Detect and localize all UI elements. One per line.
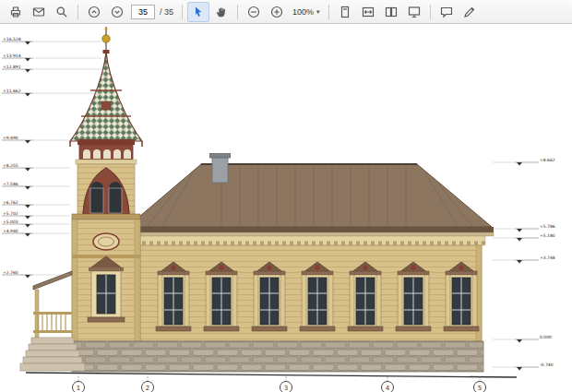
document-canvas[interactable]: +16.528+13.914+12.891+11.662+9.490+8.255… — [0, 24, 572, 392]
ground-line — [26, 373, 517, 377]
main-roof — [127, 164, 494, 236]
svg-text:+16.528: +16.528 — [3, 37, 21, 42]
svg-text:2: 2 — [146, 385, 149, 392]
elevation-marker: +13.914 — [2, 53, 101, 62]
svg-text:+9.490: +9.490 — [3, 136, 18, 140]
two-page-view-button[interactable] — [380, 2, 402, 22]
fit-one-page-button[interactable] — [334, 2, 356, 22]
axis-bubble: 5 — [474, 376, 486, 392]
elevation-drawing: +16.528+13.914+12.891+11.662+9.490+8.255… — [0, 24, 572, 392]
svg-text:+7.586: +7.586 — [3, 182, 18, 186]
toolbar-separator — [77, 5, 78, 19]
presentation-mode-button[interactable] — [403, 2, 425, 22]
elevation-marker: -0.740 — [493, 362, 554, 371]
svg-text:4: 4 — [386, 385, 390, 392]
toolbar-separator — [182, 5, 183, 19]
svg-text:+5.180: +5.180 — [540, 233, 555, 238]
pdf-viewer-toolbar: / 35 100% ▾ — [0, 0, 572, 24]
elevation-marker: +5.003 — [2, 220, 70, 228]
svg-text:+5.702: +5.702 — [3, 211, 18, 216]
axis-bubble: 4 — [382, 376, 394, 392]
elevation-marker: +5.702 — [2, 211, 70, 220]
email-icon — [31, 5, 46, 19]
svg-text:5: 5 — [478, 385, 482, 392]
toolbar-separator — [328, 5, 329, 19]
previous-page-button[interactable] — [83, 2, 105, 22]
email-button[interactable] — [28, 2, 50, 22]
elevation-marker: +3.748 — [493, 255, 555, 264]
window — [348, 262, 383, 331]
svg-text:+8.662: +8.662 — [540, 158, 555, 162]
comment-button[interactable] — [435, 2, 458, 22]
zoom-level-dropdown[interactable]: 100% ▾ — [289, 6, 324, 18]
page-total-label: / 35 — [160, 7, 173, 17]
medallion — [93, 233, 119, 250]
elevation-marker: 0.000 — [493, 335, 552, 343]
window — [444, 262, 479, 331]
axis-bubble: 1 — [73, 376, 85, 392]
axis-bubble: 3 — [280, 376, 292, 392]
draw-pen-button[interactable] — [459, 2, 481, 22]
svg-text:+11.662: +11.662 — [3, 89, 21, 93]
window — [252, 262, 287, 331]
hand-tool-icon — [214, 5, 229, 19]
svg-text:-0.740: -0.740 — [540, 362, 554, 367]
elevation-marker: +9.490 — [2, 136, 70, 144]
fit-width-button[interactable] — [357, 2, 379, 22]
svg-text:+5.786: +5.786 — [540, 224, 555, 229]
window — [396, 262, 431, 331]
next-page-button[interactable] — [106, 2, 128, 22]
elevation-marker: +8.662 — [493, 158, 555, 166]
comment-icon — [439, 5, 454, 19]
svg-text:+12.891: +12.891 — [3, 65, 21, 69]
search-icon — [54, 5, 69, 19]
tower-spire — [102, 27, 110, 53]
two-page-view-icon — [384, 5, 399, 19]
right-elevation-markers: +8.662+5.786+5.180+3.7480.000-0.740 — [493, 158, 555, 371]
tower-body — [72, 220, 140, 341]
porch-balusters — [38, 315, 66, 330]
print-button[interactable] — [5, 2, 27, 22]
chimney — [210, 154, 231, 184]
tower-gable — [72, 164, 140, 220]
select-tool-button[interactable] — [187, 2, 209, 22]
main-wall — [135, 236, 485, 341]
zoom-out-icon — [246, 5, 261, 19]
svg-text:+8.255: +8.255 — [3, 163, 18, 168]
window — [300, 262, 335, 331]
svg-text:+5.003: +5.003 — [3, 220, 18, 224]
elevation-marker: +5.180 — [493, 233, 555, 242]
window — [204, 262, 239, 331]
svg-text:3: 3 — [284, 385, 288, 392]
tower — [70, 27, 142, 341]
hand-tool-button[interactable] — [210, 2, 232, 22]
svg-text:+2.760: +2.760 — [3, 270, 18, 275]
axis-bubble: 2 — [142, 376, 154, 392]
tower-window — [88, 256, 125, 322]
toolbar-separator — [430, 5, 431, 19]
zoom-out-button[interactable] — [243, 2, 265, 22]
print-icon — [8, 5, 23, 19]
window — [156, 262, 191, 331]
toolbar-separator — [237, 5, 238, 19]
presentation-mode-icon — [407, 5, 422, 19]
zoom-level-value: 100% — [292, 7, 314, 17]
svg-text:0.000: 0.000 — [540, 335, 552, 339]
axis-bubbles: 12345 — [73, 376, 486, 392]
zoom-in-button[interactable] — [266, 2, 288, 22]
chevron-down-icon: ▾ — [316, 8, 320, 16]
stone-foundation — [72, 341, 483, 372]
select-tool-icon — [191, 5, 206, 19]
tower-tent-roof — [70, 52, 142, 147]
svg-text:+6.762: +6.762 — [3, 200, 18, 205]
elevation-marker: +4.940 — [2, 229, 70, 237]
elevation-marker: +6.762 — [2, 200, 70, 208]
svg-text:+3.748: +3.748 — [540, 255, 555, 260]
page-number-input[interactable] — [131, 5, 155, 19]
search-button[interactable] — [51, 2, 73, 22]
fit-one-page-icon — [338, 5, 352, 19]
tower-arcade-band — [76, 139, 137, 164]
fit-width-icon — [361, 5, 375, 19]
next-page-icon — [110, 5, 125, 19]
elevation-marker: +7.586 — [2, 182, 70, 190]
